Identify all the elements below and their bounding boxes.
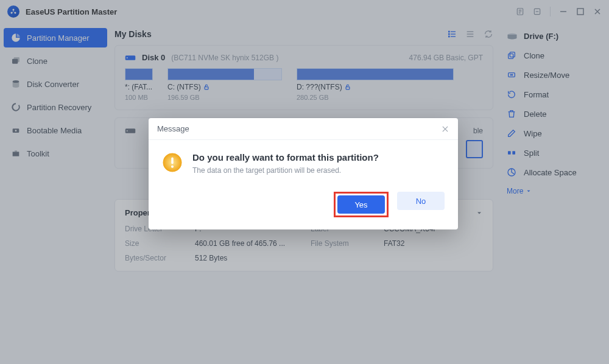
notes-icon[interactable] <box>516 7 524 16</box>
resize-icon <box>507 70 516 80</box>
svg-rect-24 <box>509 54 513 58</box>
svg-point-0 <box>13 9 15 11</box>
partition-0[interactable]: *: (FAT... 100 MB <box>125 68 153 101</box>
svg-rect-12 <box>448 33 450 35</box>
lock-icon <box>203 84 209 90</box>
disk0-card[interactable]: Disk 0 (BC711 NVMe SK hynix 512GB ) 476.… <box>114 45 493 110</box>
disk-model: (BC711 NVMe SK hynix 512GB ) <box>171 54 278 62</box>
action-split[interactable]: Split <box>507 148 602 158</box>
part-size: 196.59 GB <box>167 94 282 101</box>
allocate-icon <box>507 167 516 177</box>
svg-point-1 <box>11 12 13 14</box>
recovery-icon <box>11 102 21 112</box>
sidebar-item-label: Toolkit <box>27 149 49 158</box>
view-list-icon[interactable] <box>465 29 475 39</box>
divider <box>550 7 551 16</box>
trash-icon <box>507 109 516 119</box>
dialog-message: The data on the target partition will be… <box>192 166 379 175</box>
sidebar-item-partition-recovery[interactable]: Partition Recovery <box>4 97 107 117</box>
maximize-button[interactable] <box>576 7 585 16</box>
svg-rect-20 <box>346 87 350 89</box>
sidebar-item-label: Partition Recovery <box>27 103 91 112</box>
action-clone[interactable]: Clone <box>507 51 602 60</box>
more-link[interactable]: More <box>507 187 602 195</box>
sidebar-right: Drive (F:) Clone Resize/Move Format Dele… <box>499 23 609 364</box>
svg-rect-27 <box>508 151 511 154</box>
prop-key: Bytes/Sector <box>125 254 195 262</box>
svg-point-18 <box>127 57 128 58</box>
chevron-down-icon[interactable] <box>476 209 483 217</box>
lock-icon <box>345 84 351 90</box>
clone-icon <box>11 56 21 66</box>
sidebar-item-label: Bootable Media <box>27 126 82 135</box>
clone-icon <box>507 51 516 60</box>
yes-button[interactable]: Yes <box>337 195 385 214</box>
part-label: *: (FAT... <box>125 83 153 91</box>
format-icon <box>507 89 516 99</box>
eraser-icon <box>507 128 516 138</box>
tasks-icon[interactable] <box>533 7 541 16</box>
toolkit-icon <box>11 149 21 158</box>
no-button[interactable]: No <box>397 192 445 210</box>
svg-rect-32 <box>171 158 173 164</box>
action-format[interactable]: Format <box>507 89 602 99</box>
drive-icon <box>125 54 136 62</box>
close-icon[interactable] <box>441 125 449 133</box>
prop-value: FAT32 <box>384 239 483 248</box>
svg-rect-14 <box>451 31 456 32</box>
sidebar-item-partition-manager[interactable]: Partition Manager <box>4 28 107 47</box>
pie-icon <box>11 33 21 43</box>
partition-2[interactable]: D: ???(NTFS) 280.25 GB <box>297 68 454 101</box>
close-button[interactable] <box>593 7 602 16</box>
minimize-button[interactable] <box>559 7 568 16</box>
sidebar-item-toolkit[interactable]: Toolkit <box>4 144 107 163</box>
svg-rect-16 <box>451 36 456 37</box>
svg-rect-11 <box>448 31 450 33</box>
sidebar-item-label: Partition Manager <box>27 33 90 43</box>
svg-point-2 <box>15 12 16 14</box>
refresh-icon[interactable] <box>484 29 493 39</box>
sidebar-item-bootable-media[interactable]: Bootable Media <box>4 121 107 140</box>
sidebar-left: Partition Manager Clone Disk Converter P… <box>0 23 111 364</box>
app-logo <box>7 5 19 18</box>
action-allocate-space[interactable]: Allocate Space <box>507 167 602 177</box>
disk-icon <box>11 79 21 89</box>
svg-rect-28 <box>512 151 515 154</box>
sidebar-item-clone[interactable]: Clone <box>4 51 107 71</box>
svg-rect-13 <box>448 36 450 38</box>
mydisks-title: My Disks <box>114 29 152 39</box>
prop-key: File System <box>311 239 384 248</box>
sidebar-item-label: Clone <box>27 57 48 66</box>
selected-partition[interactable] <box>466 140 483 158</box>
svg-rect-5 <box>577 9 583 15</box>
warning-icon <box>162 152 183 173</box>
prop-key: Size <box>125 239 195 248</box>
part-label: C: (NTFS) <box>167 83 201 91</box>
action-wipe[interactable]: Wipe <box>507 128 602 138</box>
chevron-down-icon <box>526 188 532 194</box>
split-icon <box>507 148 516 158</box>
drive-icon <box>125 127 136 135</box>
part-label: D: ???(NTFS) <box>297 83 342 91</box>
view-grid-icon[interactable] <box>447 29 457 39</box>
partition-1[interactable]: C: (NTFS) 196.59 GB <box>167 68 282 101</box>
svg-rect-7 <box>14 57 19 62</box>
disk-info: 476.94 GB Basic, GPT <box>409 54 483 62</box>
dialog-title: Message <box>157 124 189 133</box>
action-delete[interactable]: Delete <box>507 109 602 119</box>
drive-icon <box>507 32 518 41</box>
drive-title: Drive (F:) <box>524 32 558 41</box>
sidebar-item-disk-converter[interactable]: Disk Converter <box>4 74 107 94</box>
svg-rect-19 <box>205 87 208 89</box>
yes-highlight: Yes <box>334 192 389 217</box>
svg-point-33 <box>171 166 174 168</box>
action-resize-move[interactable]: Resize/Move <box>507 70 602 80</box>
disk-name: Disk 0 <box>142 53 165 62</box>
titlebar: EaseUS Partition Master <box>0 0 609 23</box>
sidebar-item-label: Disk Converter <box>27 80 79 89</box>
prop-value: 460.01 GB free of 465.76 ... <box>195 239 311 248</box>
part-size: 100 MB <box>125 94 153 101</box>
svg-rect-15 <box>451 33 456 34</box>
svg-point-22 <box>127 130 128 131</box>
part-size: 280.25 GB <box>297 94 454 101</box>
